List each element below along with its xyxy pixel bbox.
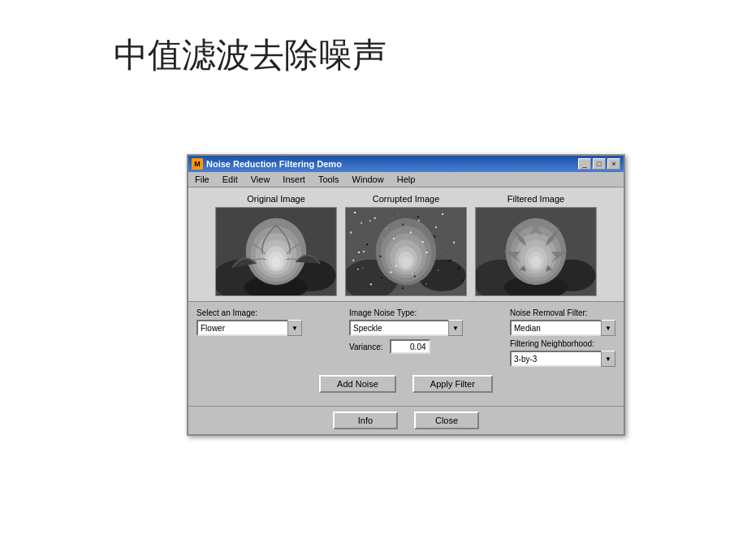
menu-edit[interactable]: Edit <box>219 174 241 185</box>
svg-rect-42 <box>370 283 372 285</box>
svg-rect-28 <box>366 243 368 245</box>
maximize-button[interactable]: □ <box>593 158 606 170</box>
svg-rect-40 <box>438 270 438 271</box>
svg-rect-46 <box>382 238 383 239</box>
variance-row: Variance: <box>349 339 463 354</box>
svg-rect-51 <box>395 265 397 267</box>
svg-point-14 <box>376 218 437 285</box>
page-title: 中值滤波去除噪声 <box>114 32 386 78</box>
svg-rect-34 <box>380 256 382 257</box>
filtering-neighborhood-dropdown[interactable]: 3-by-3 5-by-5 7-by-7 <box>510 351 615 367</box>
svg-rect-38 <box>390 272 391 274</box>
filtered-image <box>475 207 597 296</box>
select-image-dropdown[interactable]: Flower Cameraman Rice <box>196 320 302 336</box>
close-app-button[interactable]: Close <box>414 411 479 429</box>
svg-rect-33 <box>358 252 360 253</box>
svg-rect-47 <box>402 224 404 226</box>
noise-type-label: Image Noise Type: <box>349 308 463 317</box>
noise-type-dropdown[interactable]: Speckle Gaussian Salt & Pepper <box>349 320 463 336</box>
select-image-wrapper: Flower Cameraman Rice ▼ <box>196 320 302 336</box>
svg-point-63 <box>531 256 541 268</box>
svg-rect-21 <box>354 212 356 213</box>
svg-rect-52 <box>458 268 460 269</box>
svg-point-19 <box>398 252 414 269</box>
menu-view[interactable]: View <box>248 174 274 185</box>
title-bar: M Noise Reduction Filtering Demo _ □ × <box>188 156 624 172</box>
removal-neighborhood-group: Noise Removal Filter: Median Average Gau… <box>510 308 615 367</box>
svg-rect-27 <box>350 231 352 233</box>
svg-rect-23 <box>394 214 395 215</box>
svg-rect-36 <box>450 260 451 261</box>
menu-file[interactable]: File <box>192 174 213 185</box>
select-image-group: Select an Image: Flower Cameraman Rice ▼ <box>196 308 302 367</box>
original-image-column: Original Image <box>215 194 337 296</box>
noise-type-wrapper: Speckle Gaussian Salt & Pepper ▼ <box>349 320 463 336</box>
corrupted-image-label: Corrupted Image <box>373 194 440 204</box>
info-button[interactable]: Info <box>333 411 398 429</box>
app-icon: M <box>192 158 203 170</box>
images-area: Original Image <box>188 187 624 301</box>
app-window: M Noise Reduction Filtering Demo _ □ × F… <box>187 154 625 436</box>
corrupted-image <box>345 207 467 296</box>
menu-bar: File Edit View Insert Tools Window Help <box>188 172 624 187</box>
title-bar-text: M Noise Reduction Filtering Demo <box>192 158 342 170</box>
original-image-label: Original Image <box>247 194 305 204</box>
filtered-image-label: Filtered Image <box>507 194 564 204</box>
svg-rect-48 <box>422 241 424 243</box>
menu-window[interactable]: Window <box>349 174 387 185</box>
svg-rect-25 <box>442 213 443 215</box>
window-title: Noise Reduction Filtering Demo <box>206 159 342 169</box>
noise-removal-dropdown[interactable]: Median Average Gaussian <box>510 320 615 336</box>
menu-tools[interactable]: Tools <box>315 174 343 185</box>
minimize-button[interactable]: _ <box>578 158 591 170</box>
svg-rect-39 <box>414 275 416 277</box>
svg-point-15 <box>381 226 432 282</box>
add-noise-button[interactable]: Add Noise <box>319 375 396 393</box>
svg-rect-32 <box>454 241 455 242</box>
noise-and-variance-group: Image Noise Type: Speckle Gaussian Salt … <box>349 308 463 367</box>
bottom-bar: Info Close <box>188 406 624 434</box>
svg-rect-35 <box>426 252 428 253</box>
svg-point-10 <box>271 256 281 268</box>
controls-panel: Select an Image: Flower Cameraman Rice ▼… <box>188 301 624 406</box>
filtering-neighborhood-label: Filtering Neighborhood: <box>510 339 615 348</box>
svg-rect-41 <box>462 279 464 281</box>
svg-rect-24 <box>418 220 420 222</box>
svg-point-16 <box>385 233 426 278</box>
svg-rect-31 <box>434 235 435 237</box>
svg-rect-30 <box>410 231 412 233</box>
svg-rect-29 <box>386 228 386 229</box>
variance-input[interactable] <box>390 339 430 354</box>
variance-label: Variance: <box>349 342 383 351</box>
filtering-neighborhood-wrapper: 3-by-3 5-by-5 7-by-7 ▼ <box>510 351 615 367</box>
filtered-image-column: Filtered Image <box>475 194 597 296</box>
svg-rect-44 <box>426 283 427 284</box>
svg-rect-45 <box>361 222 362 224</box>
svg-point-18 <box>395 246 417 271</box>
apply-filter-button[interactable]: Apply Filter <box>412 375 493 393</box>
menu-insert[interactable]: Insert <box>279 174 309 185</box>
svg-point-13 <box>418 260 466 291</box>
menu-help[interactable]: Help <box>394 174 419 185</box>
noise-removal-wrapper: Median Average Gaussian ▼ <box>510 320 615 336</box>
filtering-neighborhood-group: Filtering Neighborhood: 3-by-3 5-by-5 7-… <box>510 339 615 367</box>
close-button[interactable]: × <box>607 158 620 170</box>
svg-rect-11 <box>346 208 465 295</box>
select-image-label: Select an Image: <box>196 308 302 317</box>
noise-removal-label: Noise Removal Filter: <box>510 308 615 317</box>
svg-rect-43 <box>402 287 404 289</box>
svg-rect-49 <box>446 252 447 252</box>
buttons-row: Add Noise Apply Filter <box>196 375 615 393</box>
svg-rect-50 <box>352 260 354 261</box>
original-image <box>215 207 337 296</box>
svg-point-17 <box>390 239 421 274</box>
noise-removal-group: Noise Removal Filter: Median Average Gau… <box>510 308 615 336</box>
svg-point-12 <box>346 260 398 295</box>
noise-type-group: Image Noise Type: Speckle Gaussian Salt … <box>349 308 463 336</box>
svg-rect-26 <box>458 224 459 225</box>
svg-rect-22 <box>374 218 376 219</box>
corrupted-image-column: Corrupted Image <box>345 194 467 296</box>
svg-rect-37 <box>362 268 363 269</box>
title-bar-controls: _ □ × <box>578 158 620 170</box>
svg-point-20 <box>401 256 411 268</box>
